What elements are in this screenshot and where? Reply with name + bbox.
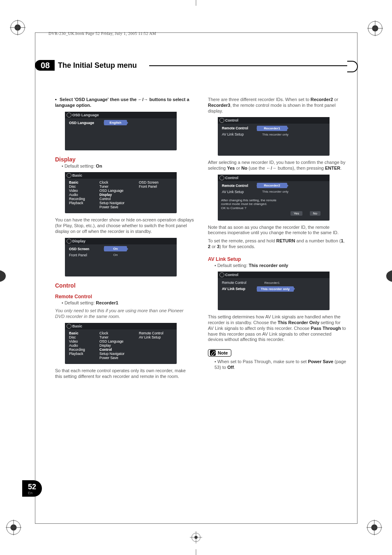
- crop-tick: [196, 549, 196, 555]
- side-tab-icon: [386, 270, 392, 282]
- arrow-left-icon[interactable]: [101, 246, 104, 251]
- menu-control[interactable]: Control: [99, 348, 139, 352]
- regmark-icon: [6, 520, 21, 535]
- av-link-setup-heading: AV Link Setup: [208, 256, 347, 262]
- av-link-setup-label: AV Link Setup: [220, 132, 254, 136]
- osd-panel-title: OSD Language: [65, 112, 177, 118]
- recorder-id-intro: There are three different recorder IDs. …: [208, 97, 347, 114]
- menu-basic[interactable]: Basic: [67, 180, 99, 184]
- remote-control-value[interactable]: Recorder2: [257, 183, 287, 188]
- menu-video[interactable]: Video: [67, 189, 99, 193]
- front-panel-value[interactable]: On: [104, 252, 127, 258]
- menu-display[interactable]: Display: [99, 343, 139, 348]
- av-link-setup-value[interactable]: This recorder only: [257, 132, 294, 137]
- menu-av-link-setup[interactable]: AV Link Setup: [139, 335, 174, 339]
- note-box: Note • When set to Pass Through, make su…: [208, 349, 347, 371]
- menu-audio[interactable]: Audio: [67, 193, 99, 197]
- arrow-right-icon[interactable]: [127, 120, 130, 125]
- display-paragraph: You can have the recorder show or hide o…: [55, 217, 194, 234]
- remote-control-value[interactable]: Recorder1: [257, 126, 287, 131]
- arrow-left-icon[interactable]: [254, 286, 257, 292]
- no-button[interactable]: No: [310, 211, 321, 216]
- menu-disc[interactable]: Disc: [67, 335, 99, 339]
- osd-panel-title: Display: [65, 238, 177, 244]
- osd-screen-value[interactable]: On: [104, 246, 127, 251]
- osd-panel-title: Basic: [65, 172, 177, 179]
- arrow-left-icon[interactable]: [101, 120, 104, 125]
- page-lang: En: [28, 491, 32, 495]
- menu-playback[interactable]: Playback: [67, 352, 99, 356]
- menu-setup-navigator[interactable]: Setup Navigator: [99, 352, 139, 356]
- menu-remote-control[interactable]: Remote Control: [139, 331, 174, 335]
- av-link-setup-value[interactable]: This recorder only: [257, 189, 294, 194]
- remote-control-default: • Default setting: Recorder1: [55, 300, 194, 306]
- arrow-right-icon[interactable]: [127, 246, 130, 251]
- left-column: • Select 'OSD Language' then use the ←/→…: [55, 97, 194, 382]
- osd-panel-title: Basic: [65, 323, 177, 329]
- yes-button[interactable]: Yes: [291, 211, 302, 216]
- page-number-badge: 52 En: [22, 480, 48, 503]
- arrow-right-icon[interactable]: [287, 126, 290, 131]
- left-right-arrow-icon: ←/→: [138, 97, 148, 102]
- arrow-right-icon[interactable]: [294, 286, 297, 292]
- note-text: • When set to Pass Through, make sure to…: [208, 359, 347, 371]
- av-link-default: • Default setting: This recorder only: [208, 263, 347, 269]
- menu-clock[interactable]: Clock: [99, 180, 139, 184]
- pencil-icon: [210, 350, 216, 356]
- crop-rule: [35, 32, 35, 524]
- arrow-right-icon[interactable]: [287, 183, 290, 188]
- menu-audio[interactable]: Audio: [67, 343, 99, 348]
- control-panel-recorder1: Control Remote ControlRecorder1 AV Link …: [218, 117, 330, 156]
- left-right-arrow-icon: ←/→: [266, 166, 277, 170]
- right-column: There are three different recorder IDs. …: [208, 97, 347, 382]
- control-paragraph: So that each remote control operates onl…: [55, 368, 194, 380]
- arrow-left-icon[interactable]: [254, 183, 257, 188]
- regmark-icon: [190, 531, 202, 543]
- basic-display-panel: Basic BasicClockOSD Screen DiscTunerFron…: [65, 172, 177, 213]
- menu-video[interactable]: Video: [67, 339, 99, 343]
- remote-control-label: Remote Control: [220, 126, 254, 130]
- menu-power-save[interactable]: Power Save: [99, 205, 139, 209]
- menu-front-panel[interactable]: Front Panel: [139, 184, 174, 189]
- av-link-setup-label: AV Link Setup: [220, 287, 254, 291]
- osd-panel-title: Control: [218, 117, 330, 124]
- menu-clock[interactable]: Clock: [99, 331, 139, 335]
- menu-tuner[interactable]: Tuner: [99, 184, 139, 189]
- menu-control[interactable]: Control: [99, 197, 139, 201]
- menu-osd-screen[interactable]: OSD Screen: [139, 180, 174, 184]
- osd-language-panel: OSD Language OSD Language English: [65, 112, 177, 150]
- select-osd-language-instruction: • Select 'OSD Language' then use the ←/→…: [55, 97, 194, 108]
- menu-power-save[interactable]: Power Save: [99, 356, 139, 360]
- display-heading: Display: [55, 156, 194, 163]
- control-heading: Control: [55, 282, 194, 289]
- chapter-title: The Initial Setup menu: [58, 60, 137, 71]
- osd-screen-label: OSD Screen: [67, 247, 101, 251]
- av-link-setup-value[interactable]: This recorder only: [257, 286, 294, 292]
- menu-osd-language[interactable]: OSD Language: [99, 189, 139, 193]
- menu-tuner[interactable]: Tuner: [99, 335, 139, 339]
- menu-setup-navigator[interactable]: Setup Navigator: [99, 201, 139, 205]
- remote-control-subheading: Remote Control: [55, 294, 194, 299]
- note-tag: Note: [208, 349, 231, 357]
- confirm-message: After changing this setting, the remote …: [218, 196, 330, 211]
- menu-recording[interactable]: Recording: [67, 348, 99, 352]
- menu-playback[interactable]: Playback: [67, 201, 99, 205]
- remote-control-label: Remote Control: [220, 184, 254, 188]
- osd-language-label: OSD Language: [67, 121, 101, 125]
- crop-rule: [35, 523, 357, 524]
- av-link-paragraph: This setting determines how AV Link sign…: [208, 314, 347, 343]
- chapter-header: 08 The Initial Setup menu: [35, 60, 357, 71]
- menu-display[interactable]: Display: [99, 193, 139, 197]
- osd-language-value[interactable]: English: [104, 120, 127, 125]
- menu-disc[interactable]: Disc: [67, 184, 99, 189]
- front-panel-label: Front Panel: [67, 253, 101, 257]
- remote-control-value[interactable]: Recorder1: [257, 280, 287, 286]
- header-rule: [149, 65, 357, 66]
- side-tab-icon: [0, 270, 6, 282]
- menu-recording[interactable]: Recording: [67, 197, 99, 201]
- set-remote-instruction: To set the remote, press and hold RETURN…: [208, 238, 347, 250]
- menu-basic[interactable]: Basic: [67, 331, 99, 335]
- remote-control-label: Remote Control: [220, 281, 254, 285]
- menu-osd-language[interactable]: OSD Language: [99, 339, 139, 343]
- arrow-left-icon[interactable]: [254, 126, 257, 131]
